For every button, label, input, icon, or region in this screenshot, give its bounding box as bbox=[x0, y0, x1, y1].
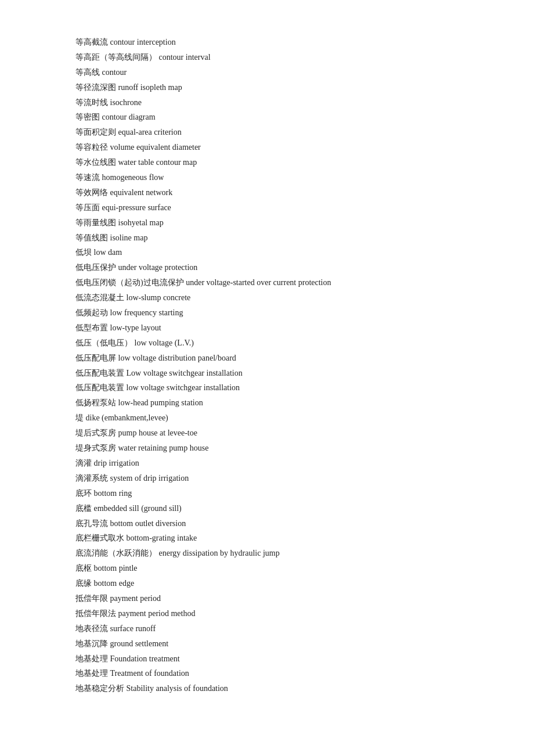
list-item: 低电压保护 under voltage protection bbox=[75, 260, 459, 275]
list-item: 底孔导流 bottom outlet diversion bbox=[75, 516, 459, 531]
list-item: 抵偿年限法 payment period method bbox=[75, 606, 459, 621]
list-item: 底栏栅式取水 bottom-grating intake bbox=[75, 531, 459, 546]
list-item: 低流态混凝土 low-slump concrete bbox=[75, 290, 459, 305]
list-item: 滴灌 drip irrigation bbox=[75, 456, 459, 471]
list-item: 地基处理 Foundation treatment bbox=[75, 651, 459, 667]
list-item: 滴灌系统 system of drip irrigation bbox=[75, 471, 459, 486]
list-item: 低压配电屏 low voltage distribution panel/boa… bbox=[75, 351, 459, 366]
list-item: 地表径流 surface runoff bbox=[75, 621, 459, 636]
list-item: 底缘 bottom edge bbox=[75, 576, 459, 591]
list-item: 等水位线图 water table contour map bbox=[75, 155, 459, 170]
list-item: 等高线 contour bbox=[75, 65, 459, 80]
list-item: 底槛 embedded sill (ground sill) bbox=[75, 501, 459, 516]
list-item: 低频起动 low frequency starting bbox=[75, 305, 459, 321]
list-item: 堤 dike (embankment,levee) bbox=[75, 411, 459, 426]
list-item: 等压面 equi-pressure surface bbox=[75, 200, 459, 215]
list-item: 等容粒径 volume equivalent diameter bbox=[75, 140, 459, 155]
list-item: 抵偿年限 payment period bbox=[75, 591, 459, 606]
list-item: 等效网络 equivalent network bbox=[75, 185, 459, 200]
list-item: 低压（低电压） low voltage (L.V.) bbox=[75, 336, 459, 351]
list-item: 底环 bottom ring bbox=[75, 486, 459, 501]
list-item: 低型布置 low-type layout bbox=[75, 321, 459, 336]
list-item: 等高距（等高线间隔） contour interval bbox=[75, 50, 459, 65]
list-item: 底枢 bottom pintle bbox=[75, 561, 459, 576]
list-item: 等值线图 isoline map bbox=[75, 231, 459, 246]
list-item: 等流时线 isochrone bbox=[75, 95, 459, 110]
list-item: 低坝 low dam bbox=[75, 245, 459, 260]
list-item: 堤后式泵房 pump house at levee-toe bbox=[75, 426, 459, 441]
list-item: 低压配电装置 low voltage switchgear installati… bbox=[75, 380, 459, 395]
content-area: 等高截流 contour interception等高距（等高线间隔） cont… bbox=[75, 35, 459, 696]
list-item: 等径流深图 runoff isopleth map bbox=[75, 80, 459, 95]
list-item: 地基稳定分析 Stability analysis of foundation bbox=[75, 681, 459, 696]
list-item: 等雨量线图 isohyetal map bbox=[75, 215, 459, 231]
list-item: 堤身式泵房 water retaining pump house bbox=[75, 441, 459, 456]
list-item: 低电压闭锁（起动)过电流保护 under voltage-started ove… bbox=[75, 275, 459, 290]
list-item: 等速流 homogeneous flow bbox=[75, 170, 459, 185]
list-item: 等密图 contour diagram bbox=[75, 110, 459, 125]
list-item: 等面积定则 equal-area criterion bbox=[75, 125, 459, 140]
list-item: 地基沉降 ground settlement bbox=[75, 636, 459, 651]
list-item: 等高截流 contour interception bbox=[75, 35, 459, 50]
list-item: 低压配电装置 Low voltage switchgear installati… bbox=[75, 366, 459, 381]
list-item: 低扬程泵站 low-head pumping station bbox=[75, 395, 459, 411]
list-item: 底流消能（水跃消能） energy dissipation by hydraul… bbox=[75, 546, 459, 561]
list-item: 地基处理 Treatment of foundation bbox=[75, 666, 459, 681]
